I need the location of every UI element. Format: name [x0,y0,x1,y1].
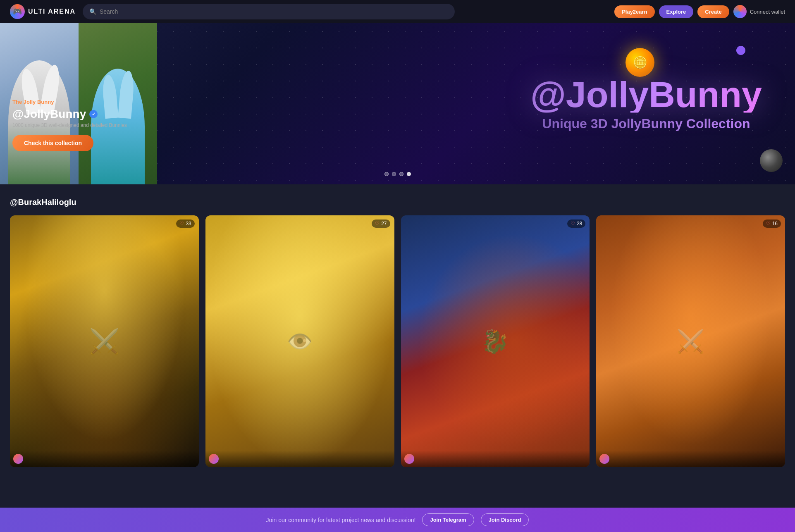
nft-card-2[interactable]: ♡ 27 [205,215,394,467]
nft-card-image-4: ♡ 16 [596,215,785,467]
search-bar[interactable]: 🔍 [83,4,455,19]
carousel-dot-4[interactable] [407,172,411,176]
like-count-3: 28 [577,221,582,227]
like-count-2: 27 [381,221,387,227]
collection-label: The Jolly Bunny [12,99,127,105]
artist-avatar-3 [404,454,414,464]
hero-description: 1000 unique 3D well-designed and detaile… [12,122,127,128]
hero-content: The Jolly Bunny @JollyBunny ✓ 1000 uniqu… [12,99,127,151]
artist-avatar-2 [209,454,219,464]
nft-card-4[interactable]: ♡ 16 [596,215,785,467]
explore-button[interactable]: Explore [659,5,694,18]
card-footer-2 [205,451,394,467]
like-badge-3: ♡ 28 [567,219,585,228]
hero-planet-purple [736,46,745,55]
search-icon: 🔍 [89,8,96,15]
heart-icon-3: ♡ [571,221,575,227]
heart-icon-4: ♡ [766,221,771,227]
logo-text: ULTI ARENA [28,8,76,15]
wallet-label: Connect wallet [750,9,785,15]
carousel-dot-2[interactable] [392,172,396,176]
banner-message: Join our community for latest project ne… [266,517,416,523]
card-footer-4 [596,451,785,467]
carousel-dot-1[interactable] [384,172,389,176]
section-username: @BurakHaliloglu [10,198,785,207]
logo-icon: 🎮 [10,4,25,19]
like-count-1: 33 [186,221,191,227]
join-discord-button[interactable]: Join Discord [481,513,529,526]
logo-area[interactable]: 🎮 ULTI ARENA [10,4,76,19]
nav-buttons: Play2earn Explore Create Connect wallet [614,5,785,18]
artist-avatar-1 [13,454,23,464]
hero-banner: The Jolly Bunny @JollyBunny ✓ 1000 uniqu… [0,23,795,184]
nft-card-1[interactable]: ♡ 33 [10,215,199,467]
like-badge-1: ♡ 33 [176,219,194,228]
nft-card-image-3: ♡ 28 [401,215,590,467]
hero-big-username: @JollyBunny [530,76,762,113]
nft-card-image-1: ♡ 33 [10,215,199,467]
search-input[interactable] [100,8,448,15]
navbar: 🎮 ULTI ARENA 🔍 Play2earn Explore Create … [0,0,795,23]
nft-cards-grid: ♡ 33 ♡ 27 [10,215,785,467]
hero-planet-gray [760,149,783,172]
play2earn-button[interactable]: Play2earn [614,5,654,18]
nft-card-image-2: ♡ 27 [205,215,394,467]
connect-wallet-button[interactable]: Connect wallet [733,5,785,18]
hero-title: @JollyBunny ✓ [12,107,127,121]
wallet-avatar [733,5,747,18]
artist-avatar-4 [599,454,609,464]
hero-subtitle: Unique 3D JollyBunny Collection [530,116,762,131]
like-badge-4: ♡ 16 [763,219,781,228]
heart-icon-2: ♡ [375,221,380,227]
hero-username-text: @JollyBunny [12,107,86,121]
check-collection-button[interactable]: Check this collection [12,135,93,151]
heart-icon-1: ♡ [179,221,184,227]
main-content: @BurakHaliloglu ♡ 33 ♡ 27 [0,184,795,500]
bottom-banner: Join our community for latest project ne… [0,508,795,532]
card-footer-3 [401,451,590,467]
carousel-dots [384,172,411,176]
join-telegram-button[interactable]: Join Telegram [422,513,474,526]
nft-card-3[interactable]: ♡ 28 [401,215,590,467]
verified-badge: ✓ [89,110,98,118]
hero-center-text: @JollyBunny Unique 3D JollyBunny Collect… [530,76,762,131]
create-button[interactable]: Create [697,5,729,18]
card-footer-1 [10,451,199,467]
like-badge-2: ♡ 27 [372,219,390,228]
carousel-dot-3[interactable] [399,172,403,176]
hero-coin-decoration: 🪙 [625,48,654,77]
like-count-4: 16 [772,221,778,227]
